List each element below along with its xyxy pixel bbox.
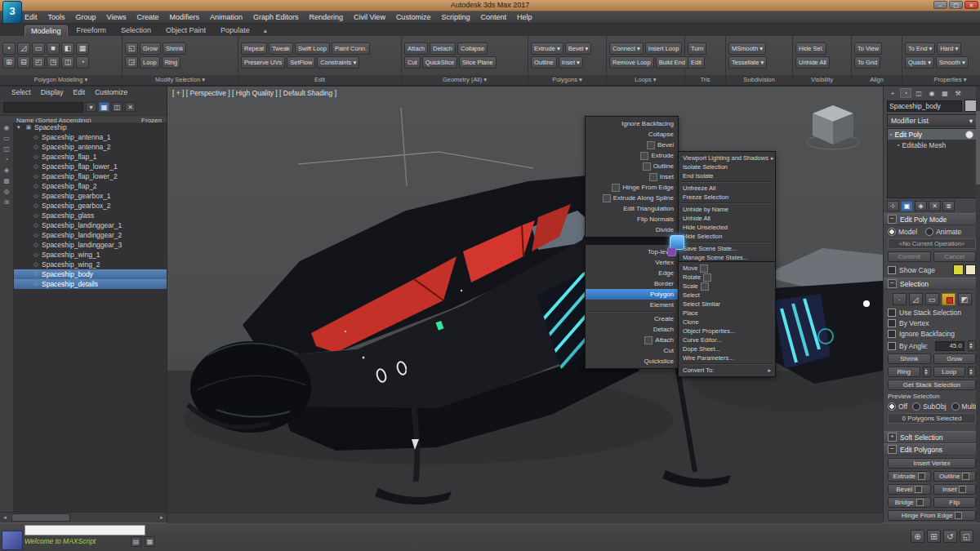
explorer-hscrollbar[interactable]: ◂ ▸ <box>0 512 167 522</box>
settings-box-icon[interactable] <box>962 473 969 480</box>
vertex-subobject-icon[interactable]: ∙ <box>893 293 906 305</box>
ribbon-group-title-geometry-all[interactable]: Geometry (All) ▾ <box>402 75 528 85</box>
ribbon-button-constraints[interactable]: Constraints ▾ <box>317 56 359 69</box>
scroll-left-icon[interactable]: ◂ <box>0 514 10 521</box>
quad-item-flip-normals[interactable]: Flip Normals <box>586 214 678 224</box>
modifier-list-dropdown[interactable]: Modifier List ▾ <box>887 114 977 127</box>
preview-radio-off[interactable]: Off <box>888 402 907 411</box>
shrink-button[interactable]: Shrink <box>888 353 931 364</box>
checkbox-use-stack-selection[interactable]: Use Stack Selection <box>888 309 976 317</box>
model-radio[interactable]: Model <box>888 228 917 236</box>
quad-item-move[interactable]: Move <box>679 264 775 273</box>
previous-modifier-icon[interactable]: ◔ <box>76 56 89 69</box>
polygon-subobject-icon[interactable]: ■ <box>942 293 956 305</box>
settings-box-icon[interactable] <box>959 486 966 493</box>
tree-row-spaceship-flap-lower-2[interactable]: ◇Spaceship_flap_lower_2 <box>14 171 167 181</box>
quad-item-hide-unselected[interactable]: Hide Unselected <box>679 223 775 232</box>
ribbon-button-loop[interactable]: Loop <box>140 56 160 69</box>
filter-dropdown-icon[interactable]: ▾ <box>86 102 96 112</box>
make-unique-icon[interactable]: ◈ <box>915 201 927 211</box>
quad-item-freeze-selection[interactable]: Freeze Selection <box>679 193 775 202</box>
quad-item-edit-triangulation[interactable]: Edit Triangulation <box>586 203 678 214</box>
ribbon-group-title-polygons[interactable]: Polygons ▾ <box>528 75 606 85</box>
display-cameras-icon[interactable]: ◈ <box>4 167 9 174</box>
ribbon-button-msmooth[interactable]: MSmooth ▾ <box>728 42 766 55</box>
quad-item-ignore-backfacing[interactable]: Ignore Backfacing <box>586 118 678 129</box>
cage-selected-color-swatch[interactable] <box>965 264 976 275</box>
edge-subobject-icon[interactable]: ◿ <box>909 293 923 305</box>
ribbon-group-title-properties[interactable]: Properties ▾ <box>902 75 980 85</box>
quad-item-inset[interactable]: Inset <box>586 171 678 182</box>
quad-item-select[interactable]: Select <box>679 291 775 300</box>
ribbon-group-title-edit[interactable]: Edit <box>238 75 401 85</box>
grow-button[interactable]: Grow <box>933 353 977 364</box>
button-insert-vertex[interactable]: Insert Vertex <box>888 458 976 469</box>
quad-item-border[interactable]: Border <box>586 278 678 289</box>
settings-box-icon[interactable] <box>918 473 925 480</box>
ribbon-button-setflow[interactable]: SetFlow <box>287 56 315 69</box>
get-stack-selection-button[interactable]: Get Stack Selection <box>888 380 976 390</box>
menu-views[interactable]: Views <box>107 13 127 21</box>
menu-customize[interactable]: Customize <box>396 13 431 21</box>
object-color-swatch[interactable] <box>964 100 977 112</box>
ribbon-group-title-loops[interactable]: Loops ▾ <box>607 75 684 85</box>
button-hinge-from-edge[interactable]: Hinge From Edge <box>888 510 976 521</box>
collapse-icon[interactable]: − <box>888 279 897 288</box>
quad-item-bevel[interactable]: Bevel <box>586 140 678 150</box>
ribbon-group-title-align[interactable]: Align <box>852 75 902 85</box>
tree-row-spaceship-glass[interactable]: ◇Spaceship_glass <box>14 211 167 220</box>
ribbon-button-preserve-uvs[interactable]: Preserve UVs <box>241 56 285 69</box>
settings-box-icon[interactable] <box>640 152 648 160</box>
quad-item-extrude[interactable]: Extrude <box>586 150 678 161</box>
modifier-enabled-icon[interactable] <box>965 131 973 139</box>
create-tab-icon[interactable]: + <box>887 88 898 98</box>
select-loop-icon[interactable]: ◲ <box>125 56 138 69</box>
quad-item-attach[interactable]: Attach <box>586 335 678 345</box>
settings-box-icon[interactable] <box>916 499 924 506</box>
animate-radio[interactable]: Animate <box>925 228 961 236</box>
menu-graph-editors[interactable]: Graph Editors <box>253 13 299 21</box>
zoom-icon[interactable]: ⊕ <box>911 530 924 543</box>
quad-item-convert-to[interactable]: Convert To:▸ <box>679 366 775 375</box>
quad-item-curve-editor[interactable]: Curve Editor... <box>679 335 775 344</box>
quad-item-dope-sheet[interactable]: Dope Sheet... <box>679 344 775 353</box>
tree-row-spaceship-body[interactable]: ◇Spaceship_body <box>14 269 167 279</box>
scroll-thumb[interactable] <box>11 513 70 522</box>
polygon-mode-icon[interactable]: ■ <box>47 42 60 55</box>
ribbon-button-bevel[interactable]: Bevel ▾ <box>565 42 592 55</box>
app-logo-icon[interactable]: 3 <box>2 1 22 24</box>
button-outline[interactable]: Outline <box>933 471 977 482</box>
loop-button[interactable]: Loop <box>933 367 966 377</box>
expand-icon[interactable]: + <box>888 433 897 442</box>
display-tab-icon[interactable]: ▦ <box>939 88 951 98</box>
collapse-icon[interactable]: − <box>888 215 897 224</box>
edge-mode-icon[interactable]: ◿ <box>17 42 30 55</box>
ribbon-button-build-end[interactable]: Build End <box>656 56 688 69</box>
tree-row-spaceship-flap-1[interactable]: ◇Spaceship_flap_1 <box>14 152 167 162</box>
settings-box-icon[interactable] <box>612 184 620 192</box>
button-flip[interactable]: Flip <box>933 497 977 508</box>
quad-item-save-scene-state[interactable]: Save Scene State... <box>679 244 775 253</box>
button-extrude[interactable]: Extrude <box>888 471 931 482</box>
expand-all-icon[interactable]: ⊞ <box>4 198 10 206</box>
cancel-button[interactable]: Cancel <box>933 251 977 262</box>
ribbon-tab-freeform[interactable]: Freeform <box>71 25 113 36</box>
menu-modifiers[interactable]: Modifiers <box>169 13 199 21</box>
stack-item-editable-mesh[interactable]: ▪Editable Mesh <box>888 140 976 150</box>
quad-item-unhide-all[interactable]: Unhide All <box>679 214 775 223</box>
quad-item-divide[interactable]: Divide <box>586 224 678 235</box>
ribbon-button-paint-conn[interactable]: Paint Conn. <box>332 42 370 55</box>
stack-item-edit-poly[interactable]: ▪Edit Poly <box>888 129 976 140</box>
remove-modifier-icon[interactable]: ✕ <box>929 201 941 211</box>
expand-stack-icon[interactable]: ⊞ <box>2 56 16 69</box>
border-subobject-icon[interactable]: ▭ <box>925 293 939 305</box>
settings-box-icon[interactable] <box>703 273 711 282</box>
quad-item-wire-parameters[interactable]: Wire Parameters... <box>679 353 775 362</box>
display-geometry-icon[interactable]: ▭ <box>3 135 10 142</box>
tree-row-spaceship-gearbox-2[interactable]: ◇Spaceship_gearbox_2 <box>14 201 167 211</box>
ribbon-group-title-subdivision[interactable]: Subdivision <box>726 75 792 85</box>
ribbon-button-hide-sel[interactable]: Hide Sel. <box>795 42 826 55</box>
expander-icon[interactable]: ▾ <box>17 124 24 131</box>
tree-row-spaceship-wing-2[interactable]: ◇Spaceship_wing_2 <box>14 260 167 269</box>
menu-tools[interactable]: Tools <box>48 13 65 21</box>
